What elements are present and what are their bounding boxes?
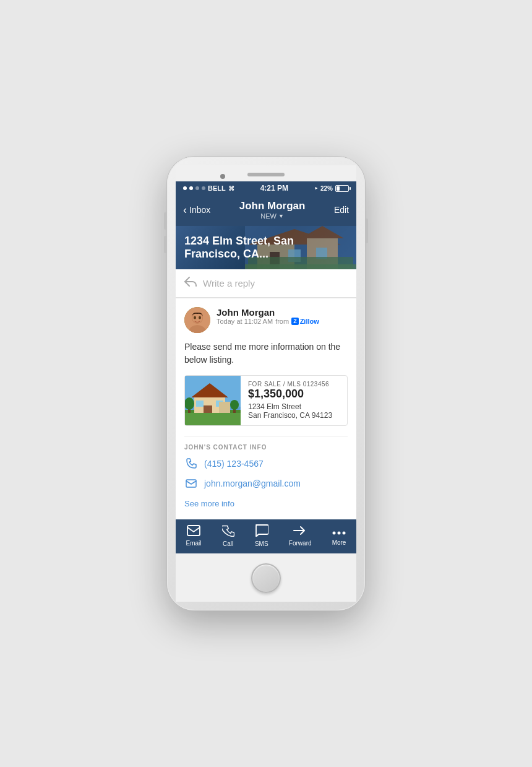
listing-sale-tag: FOR SALE / MLS 0123456 xyxy=(248,381,342,388)
tab-forward[interactable]: Forward xyxy=(289,525,312,547)
battery-percent: 22% xyxy=(320,185,333,192)
svg-rect-24 xyxy=(219,402,230,413)
email-contact-item[interactable]: john.morgan@gmail.com xyxy=(184,477,348,490)
edit-button[interactable]: Edit xyxy=(334,205,349,215)
zillow-badge: Z Zillow xyxy=(291,318,319,325)
see-more-link[interactable]: See more info xyxy=(184,496,348,511)
signal-dot-2 xyxy=(189,186,193,190)
nav-subtitle-text: NEW xyxy=(260,212,277,220)
volume-down-button xyxy=(164,236,166,253)
email-value: john.morgan@gmail.com xyxy=(204,479,301,488)
reply-area[interactable]: Write a reply xyxy=(176,269,356,298)
svg-point-33 xyxy=(338,531,341,534)
tab-sms[interactable]: SMS xyxy=(255,524,268,547)
svg-rect-22 xyxy=(196,401,204,407)
listing-street: 1234 Elm Street xyxy=(248,402,342,411)
phone-top-hardware xyxy=(176,165,356,181)
avatar-image xyxy=(184,307,210,333)
email-tab-icon xyxy=(187,525,200,538)
zillow-label: Zillow xyxy=(300,318,319,325)
call-tab-icon xyxy=(222,524,234,539)
navigation-bar: ‹ Inbox John Morgan NEW ▼ Edit xyxy=(176,195,356,226)
listing-house-image xyxy=(185,376,241,425)
property-header: 1234 Elm Street, San Francisco, CA... xyxy=(176,226,356,269)
svg-rect-9 xyxy=(245,264,356,269)
status-time: 4:21 PM xyxy=(260,184,288,193)
listing-price: $1,350,000 xyxy=(248,388,342,401)
sender-row: John Morgan Today at 11:02 AM from Z Zil… xyxy=(184,307,348,333)
sender-time: Today at 11:02 AM xyxy=(217,318,273,325)
tab-email[interactable]: Email xyxy=(186,525,202,547)
reply-input[interactable]: Write a reply xyxy=(203,278,255,288)
listing-card[interactable]: FOR SALE / MLS 0123456 $1,350,000 1234 E… xyxy=(184,375,348,426)
divider xyxy=(184,436,348,436)
zillow-z-icon: Z xyxy=(291,318,299,325)
tab-sms-label: SMS xyxy=(255,540,268,547)
tab-email-label: Email xyxy=(186,540,202,547)
svg-point-15 xyxy=(199,316,201,319)
tab-forward-label: Forward xyxy=(289,540,312,547)
reply-icon xyxy=(184,277,197,290)
sender-info: John Morgan Today at 11:02 AM from Z Zil… xyxy=(217,307,319,325)
svg-point-29 xyxy=(230,400,239,410)
signal-dot-4 xyxy=(202,186,205,190)
home-button[interactable] xyxy=(251,563,281,593)
phone-icon xyxy=(184,457,198,470)
avatar xyxy=(184,307,210,333)
tab-call[interactable]: Call xyxy=(222,524,234,547)
listing-image xyxy=(185,376,241,425)
phone-device: BELL ⌘ 4:21 PM ‣ 22% ‹ Inbox John Morgan xyxy=(167,157,365,610)
power-button xyxy=(366,219,368,243)
signal-dot-1 xyxy=(183,186,187,190)
sms-tab-icon xyxy=(255,524,268,539)
tab-bar: Email Call SMS xyxy=(176,519,356,553)
back-arrow-icon: ‹ xyxy=(183,204,187,215)
wifi-icon: ⌘ xyxy=(228,185,234,192)
status-left: BELL ⌘ xyxy=(183,184,234,192)
nav-center: John Morgan NEW ▼ xyxy=(239,200,306,220)
svg-rect-30 xyxy=(186,480,196,487)
nav-title: John Morgan xyxy=(239,200,306,212)
phone-bottom-hardware xyxy=(176,553,356,602)
bluetooth-icon: ‣ xyxy=(314,185,318,192)
sender-meta: Today at 11:02 AM from Z Zillow xyxy=(217,318,319,325)
battery-icon xyxy=(335,185,349,192)
message-card: John Morgan Today at 11:02 AM from Z Zil… xyxy=(176,298,356,519)
listing-city: San Francisco, CA 94123 xyxy=(248,411,342,420)
battery-fill xyxy=(337,186,340,191)
front-camera xyxy=(220,174,225,179)
sender-name: John Morgan xyxy=(217,307,319,318)
contact-section-label: JOHN'S CONTACT INFO xyxy=(184,444,348,451)
email-icon xyxy=(184,477,198,490)
phone-contact-item[interactable]: (415) 123-4567 xyxy=(184,457,348,470)
volume-up-button xyxy=(164,212,166,230)
svg-point-34 xyxy=(343,531,346,534)
forward-tab-icon xyxy=(293,525,307,538)
tab-more-label: More xyxy=(332,539,346,546)
more-tab-icon xyxy=(332,526,346,537)
back-label: Inbox xyxy=(189,205,210,215)
property-address: 1234 Elm Street, San Francisco, CA... xyxy=(184,235,348,261)
svg-point-32 xyxy=(333,531,336,534)
status-bar: BELL ⌘ 4:21 PM ‣ 22% xyxy=(176,181,356,195)
carrier-label: BELL xyxy=(208,184,226,192)
phone-value: (415) 123-4567 xyxy=(204,459,264,469)
phone-screen: BELL ⌘ 4:21 PM ‣ 22% ‹ Inbox John Morgan xyxy=(176,181,356,553)
sender-from-label: from xyxy=(275,318,289,325)
svg-rect-25 xyxy=(185,413,241,425)
speaker xyxy=(247,173,285,176)
nav-subtitle[interactable]: NEW ▼ xyxy=(239,212,306,220)
status-right: ‣ 22% xyxy=(314,185,349,192)
tab-more[interactable]: More xyxy=(332,526,346,546)
signal-dot-3 xyxy=(195,186,199,190)
listing-details: FOR SALE / MLS 0123456 $1,350,000 1234 E… xyxy=(248,376,347,425)
svg-rect-31 xyxy=(187,526,200,535)
svg-point-14 xyxy=(194,316,196,319)
tab-call-label: Call xyxy=(223,540,233,547)
back-button[interactable]: ‹ Inbox xyxy=(183,204,210,215)
chevron-down-icon: ▼ xyxy=(278,213,284,219)
message-body: Please send me more information on the b… xyxy=(184,340,348,366)
